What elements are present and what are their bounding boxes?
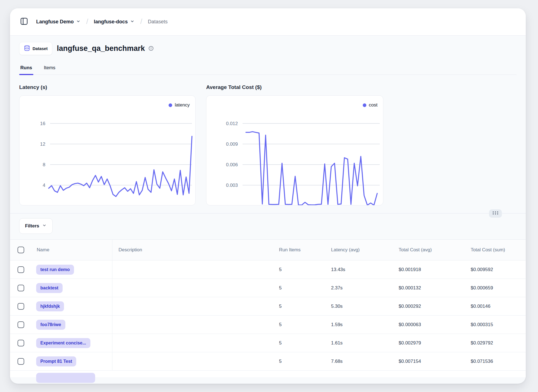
row-checkbox[interactable] <box>18 358 24 365</box>
run-name-badge[interactable]: backtest <box>36 283 63 293</box>
info-icon[interactable] <box>148 46 154 51</box>
total-cost-sum-cell: $0.000659 <box>467 285 526 291</box>
cost-chart: 0.0030.0060.0090.012 cost <box>206 95 383 205</box>
latency-avg-cell: 1.61s <box>325 340 394 346</box>
total-cost-sum-cell: $0.000315 <box>467 322 526 328</box>
latency-chart: 481216 latency <box>19 95 196 205</box>
filters-row: Filters <box>19 218 517 234</box>
row-select-cell <box>10 303 32 310</box>
breadcrumb-org-selector[interactable]: Langfuse Demo <box>36 19 81 25</box>
total-cost-avg-cell: $0.002979 <box>394 340 467 346</box>
total-cost-sum-cell: $0.009592 <box>467 267 526 272</box>
run-name-cell: backtest <box>32 279 112 297</box>
run-name-cell: foo78riwe <box>32 316 112 334</box>
run-name-cell: Experiment concise... <box>32 334 112 352</box>
total-cost-avg-cell: $0.000063 <box>394 322 467 328</box>
total-cost-avg-cell: $0.000132 <box>394 285 467 291</box>
breadcrumb-project-label: langfuse-docs <box>94 19 128 25</box>
table-row: hjkfdshjk 5 5.30s $0.000292 $0.00146 <box>10 297 526 316</box>
latency-avg-cell: 5.30s <box>325 304 394 309</box>
total-cost-avg-cell: $0.000292 <box>394 304 467 309</box>
breadcrumb: Langfuse Demo / langfuse-docs / Datasets <box>36 18 168 26</box>
row-checkbox[interactable] <box>18 340 24 346</box>
table-body: test run demo 5 13.43s $0.001918 $0.0095… <box>10 260 526 371</box>
column-header-run-items[interactable]: Run Items <box>271 247 325 253</box>
select-all-checkbox[interactable] <box>18 247 24 253</box>
table-row: foo78riwe 5 1.59s $0.000063 $0.000315 <box>10 316 526 334</box>
chevron-down-icon <box>76 19 81 25</box>
run-name-badge[interactable] <box>36 373 95 383</box>
panel-left-icon <box>20 18 28 26</box>
svg-text:12: 12 <box>40 142 45 147</box>
select-all-cell <box>10 247 32 253</box>
table-header-row: Name Description Run Items Latency (avg)… <box>10 240 526 260</box>
row-checkbox[interactable] <box>18 285 24 291</box>
cost-chart-title: Average Total Cost ($) <box>206 84 383 90</box>
run-name-badge[interactable]: Experiment concise... <box>36 338 90 348</box>
sidebar-toggle-button[interactable] <box>18 16 29 28</box>
chevron-down-icon <box>130 19 135 25</box>
dataset-heading: Dataset langfuse_qa_benchmark <box>19 42 517 55</box>
row-checkbox[interactable] <box>18 321 24 328</box>
run-items-cell: 5 <box>271 359 325 364</box>
dataset-type-badge: Dataset <box>19 42 52 55</box>
svg-text:0.012: 0.012 <box>226 121 238 126</box>
latency-avg-cell: 1.59s <box>325 322 394 328</box>
table-row: test run demo 5 13.43s $0.001918 $0.0095… <box>10 260 526 279</box>
breadcrumb-separator: / <box>139 17 144 26</box>
column-header-latency-avg[interactable]: Latency (avg) <box>325 247 394 253</box>
total-cost-avg-cell: $0.001918 <box>394 267 467 272</box>
runs-table: Name Description Run Items Latency (avg)… <box>10 239 526 377</box>
breadcrumb-separator: / <box>85 17 90 26</box>
total-cost-sum-cell: $0.00146 <box>467 304 526 309</box>
breadcrumb-section-label: Datasets <box>148 19 168 25</box>
row-select-cell <box>10 266 32 273</box>
svg-text:0.009: 0.009 <box>226 142 238 147</box>
run-name-cell: Prompt 81 Test <box>32 352 112 370</box>
database-icon <box>24 45 30 52</box>
cost-chart-block: Average Total Cost ($) 0.0030.0060.0090.… <box>206 84 383 205</box>
legend-dot-icon <box>363 103 366 107</box>
run-name-badge[interactable]: Prompt 81 Test <box>36 356 76 366</box>
panel-resize-handle[interactable] <box>489 209 502 218</box>
total-cost-avg-cell: $0.007154 <box>394 359 467 364</box>
run-name-badge[interactable]: foo78riwe <box>36 320 65 330</box>
run-name-cell: hjkfdshjk <box>32 297 112 315</box>
row-checkbox[interactable] <box>18 266 24 273</box>
svg-text:4: 4 <box>43 183 45 188</box>
breadcrumb-org-label: Langfuse Demo <box>36 19 74 25</box>
tab-items[interactable]: Items <box>43 65 57 75</box>
run-items-cell: 5 <box>271 285 325 291</box>
legend-dot-icon <box>169 103 172 107</box>
column-header-total-cost-avg[interactable]: Total Cost (avg) <box>394 247 467 253</box>
svg-text:0.003: 0.003 <box>226 183 238 188</box>
latency-line-plot: 481216 <box>19 96 196 205</box>
run-items-cell: 5 <box>271 304 325 309</box>
filters-button[interactable]: Filters <box>19 218 53 234</box>
column-header-total-cost-sum[interactable]: Total Cost (sum) <box>467 247 526 253</box>
svg-text:0.006: 0.006 <box>226 162 238 167</box>
run-name-badge[interactable]: hjkfdshjk <box>36 301 64 311</box>
cost-line-plot: 0.0030.0060.0090.012 <box>206 96 383 205</box>
column-header-name[interactable]: Name <box>32 240 112 260</box>
run-name-cell: test run demo <box>32 260 112 279</box>
latency-avg-cell: 2.37s <box>325 285 394 291</box>
row-select-cell <box>10 321 32 328</box>
table-row: Experiment concise... 5 1.61s $0.002979 … <box>10 334 526 352</box>
breadcrumb-project-selector[interactable]: langfuse-docs <box>94 19 135 25</box>
row-checkbox[interactable] <box>18 303 24 310</box>
legend-label: cost <box>369 102 377 108</box>
latency-legend: latency <box>169 102 190 108</box>
tab-bar: Runs Items <box>19 65 517 75</box>
run-items-cell: 5 <box>271 322 325 328</box>
latency-avg-cell: 13.43s <box>325 267 394 272</box>
charts-section: Latency (s) 481216 latency Average Total… <box>19 84 517 205</box>
section-divider <box>10 213 526 214</box>
latency-chart-title: Latency (s) <box>19 84 196 90</box>
breadcrumb-bar: Langfuse Demo / langfuse-docs / Datasets <box>10 8 526 36</box>
run-name-badge[interactable]: test run demo <box>36 265 74 275</box>
column-header-description[interactable]: Description <box>112 247 271 253</box>
row-select-cell <box>10 358 32 365</box>
tab-runs[interactable]: Runs <box>19 65 33 75</box>
run-items-cell: 5 <box>271 340 325 346</box>
